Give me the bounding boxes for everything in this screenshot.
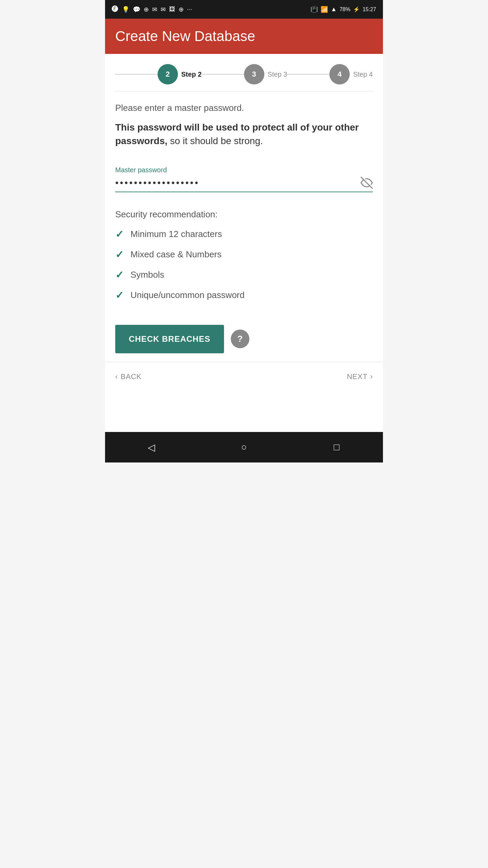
bottom-nav-bar: ◁ ○ □: [105, 432, 383, 462]
security-text-4: Unique/uncommon password: [130, 290, 245, 300]
system-back-button[interactable]: ◁: [141, 437, 162, 457]
navigation-bar: ‹ BACK NEXT ›: [105, 362, 383, 391]
system-recent-button[interactable]: □: [326, 437, 347, 457]
messenger-icon: 💬: [133, 6, 140, 13]
status-bar: 🅕 💡 💬 ⊕ ✉ ✉ 🖼 ⊕ ··· 📳 📶 ▲ 78% ⚡ 15:27: [105, 0, 383, 19]
security-title: Security recommendation:: [115, 209, 373, 220]
main-content: 2 Step 2 3 Step 3 4 Step 4 Please enter …: [105, 54, 383, 432]
gmail2-icon: ✉: [161, 6, 166, 13]
master-password-input[interactable]: [115, 177, 361, 188]
page-title: Create New Database: [115, 28, 373, 44]
next-label: NEXT: [347, 372, 367, 381]
loading-icon: ⊕: [179, 6, 184, 13]
vibrate-icon: 📳: [310, 6, 318, 13]
messenger2-icon: ⊕: [144, 6, 149, 13]
step-line-3: [287, 74, 329, 75]
battery-text: 78%: [340, 6, 350, 13]
step-2-label: Step 2: [181, 71, 202, 78]
help-button[interactable]: ?: [231, 330, 249, 348]
form-area: Please enter a master password. This pas…: [105, 92, 383, 166]
check-breaches-button[interactable]: CHECK BREACHES: [115, 325, 224, 353]
back-label: BACK: [121, 372, 142, 381]
stepper: 2 Step 2 3 Step 3 4 Step 4: [105, 54, 383, 91]
bulb-icon: 💡: [122, 6, 129, 13]
next-arrow-icon: ›: [370, 372, 373, 381]
step-2-group: 2 Step 2: [158, 64, 202, 84]
step-line-2: [202, 74, 244, 75]
check-icon-1: ✓: [115, 228, 124, 240]
back-arrow-icon: ‹: [115, 372, 118, 381]
security-item-3: ✓ Symbols: [115, 269, 373, 281]
signal-icon: ▲: [331, 6, 337, 13]
step-4-group: 4 Step 4: [329, 64, 373, 84]
step-4-circle: 4: [329, 64, 350, 84]
intro-text: Please enter a master password.: [115, 102, 373, 114]
check-icon-4: ✓: [115, 289, 124, 301]
battery-icon: ⚡: [353, 6, 360, 13]
eye-off-icon: [361, 177, 373, 189]
master-password-group: Master password: [115, 166, 373, 192]
step-4-label: Step 4: [353, 71, 373, 78]
step-line-before: [115, 74, 158, 75]
step-3-circle: 3: [244, 64, 264, 84]
security-item-1: ✓ Minimum 12 characters: [115, 228, 373, 240]
step-3-label: Step 3: [268, 71, 287, 78]
toggle-visibility-button[interactable]: [361, 177, 373, 189]
security-text-3: Symbols: [130, 270, 164, 280]
password-label: Master password: [115, 166, 373, 174]
password-input-wrapper: [115, 177, 373, 192]
button-area: CHECK BREACHES ?: [105, 316, 383, 362]
security-item-2: ✓ Mixed case & Numbers: [115, 249, 373, 260]
check-icon-3: ✓: [115, 269, 124, 281]
header: Create New Database: [105, 19, 383, 54]
security-text-2: Mixed case & Numbers: [130, 249, 222, 260]
security-section: Security recommendation: ✓ Minimum 12 ch…: [105, 202, 383, 316]
intro-bold-text: This password will be used to protect al…: [115, 121, 373, 147]
more-icon: ···: [187, 6, 192, 13]
time: 15:27: [363, 6, 376, 13]
step-3-group: 3 Step 3: [244, 64, 287, 84]
security-text-1: Minimum 12 characters: [130, 229, 222, 239]
photos-icon: 🖼: [169, 6, 175, 13]
wifi-icon: 📶: [321, 6, 328, 13]
check-icon-2: ✓: [115, 249, 124, 260]
gmail-icon: ✉: [152, 6, 157, 13]
status-icons: 🅕 💡 💬 ⊕ ✉ ✉ 🖼 ⊕ ···: [112, 5, 192, 13]
security-item-4: ✓ Unique/uncommon password: [115, 289, 373, 301]
next-button[interactable]: NEXT ›: [347, 372, 373, 381]
step-2-circle: 2: [158, 64, 178, 84]
status-right: 📳 📶 ▲ 78% ⚡ 15:27: [310, 6, 376, 13]
facebook-icon: 🅕: [112, 5, 119, 13]
back-button[interactable]: ‹ BACK: [115, 372, 142, 381]
system-home-button[interactable]: ○: [234, 437, 254, 457]
